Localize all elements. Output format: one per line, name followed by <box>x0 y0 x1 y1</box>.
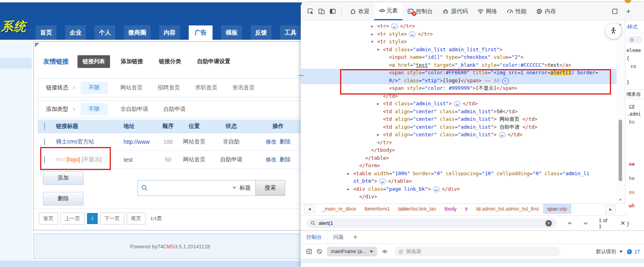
nav-tab-首页[interactable]: 首页 <box>36 25 56 40</box>
row-checkbox[interactable] <box>44 156 45 163</box>
devtools-tab-源代码[interactable]: 源代码 <box>437 2 472 20</box>
twisty-icon[interactable]: ▶ <box>377 131 379 139</box>
filter-option-不限[interactable]: 不限 <box>81 82 108 94</box>
search-field-select[interactable]: 标题 <box>228 180 255 195</box>
devtools-tab-内存[interactable]: 内存 <box>531 2 561 20</box>
breadcrumb-item[interactable]: tr <box>461 204 472 214</box>
module-tab-添加链接[interactable]: 添加链接 <box>116 55 148 68</box>
twisty-icon[interactable]: ▼ <box>371 38 373 46</box>
clear-console-icon[interactable] <box>314 246 325 257</box>
nav-tab-企业[interactable]: 企业 <box>65 25 86 40</box>
breadcrumb-item[interactable]: table#list.link_lan <box>394 204 440 214</box>
select-all-checkbox[interactable] <box>44 123 45 130</box>
filter-option-招聘首页[interactable]: 招聘首页 <box>155 82 182 94</box>
delete-button[interactable]: 删除 <box>43 192 83 205</box>
code-line[interactable]: ▶<tr>…</tr> <box>301 22 617 30</box>
search-query-text[interactable]: alert(1 <box>319 220 333 226</box>
module-tab-链接分类[interactable]: 链接分类 <box>154 55 186 68</box>
title-part[interactable]: 骑士cms官方站 <box>56 138 94 145</box>
code-line[interactable]: ▼<td class="admin_list admin_list_first"… <box>301 46 617 54</box>
filter-option-求职首页[interactable]: 求职首页 <box>193 82 220 94</box>
breadcrumb-scroll-right-icon[interactable]: ▶ <box>605 205 616 214</box>
console-sidebar-icon[interactable] <box>304 246 314 257</box>
devtools-tab-控制台[interactable]: ✕控制台 <box>402 2 437 20</box>
inspect-element-icon[interactable] <box>305 6 316 17</box>
code-line[interactable]: </tr> <box>301 139 617 147</box>
code-line[interactable]: ▼<tr style> <box>301 38 617 46</box>
breadcrumb-scroll-left-icon[interactable]: ◀ <box>304 205 315 213</box>
filter-option-网站首页[interactable]: 网站首页 <box>118 82 145 94</box>
breadcrumb-item[interactable]: form#form1 <box>360 204 394 214</box>
message-count-badge[interactable]: 27 <box>627 249 640 255</box>
code-line[interactable]: ▶<table width="100%" border="0" cellspac… <box>301 170 617 178</box>
search-query-pill[interactable]: alert(1 ✕ <box>307 219 557 228</box>
device-emulation-icon[interactable] <box>316 6 327 17</box>
page-button-上一页[interactable]: 上一页 <box>60 213 85 224</box>
code-line[interactable]: </tbody> <box>301 146 617 154</box>
breadcrumb-item[interactable]: _main_nr_dbox <box>318 204 360 214</box>
live-expression-eye-icon[interactable] <box>379 246 390 257</box>
twisty-icon[interactable]: ▶ <box>371 31 373 39</box>
collapse-corner-icon[interactable] <box>35 43 39 47</box>
code-line[interactable]: <td align="center" class="admin_list"> 网… <box>301 115 617 123</box>
styles-filter[interactable]: ☰ <box>627 36 643 43</box>
sidebar-active-item[interactable] <box>0 58 32 68</box>
execution-context-select[interactable]: mainFrame (a... <box>327 247 377 256</box>
add-button[interactable]: 添加 <box>43 171 83 185</box>
module-tab-自助申请设置[interactable]: 自助申请设置 <box>192 55 236 68</box>
ellipsis-expander[interactable]: … <box>379 178 386 184</box>
devtools-tab-元素[interactable]: </>元素 <box>374 2 402 20</box>
twisty-icon[interactable]: ▼ <box>377 46 379 54</box>
action-删除[interactable]: 删除 <box>280 156 291 163</box>
code-line[interactable]: ▶<td class="admin_list">…</td> <box>301 100 617 108</box>
previous-match-icon[interactable] <box>567 221 572 226</box>
devtools-tab-欢迎[interactable]: 欢迎 <box>345 2 374 20</box>
page-button-1[interactable]: 1 <box>87 213 98 224</box>
ellipsis-expander[interactable]: … <box>454 101 461 107</box>
nav-tab-微商圈[interactable]: 微商圈 <box>124 25 151 40</box>
log-level-select[interactable]: 默认级别 <box>596 248 623 255</box>
brand-cms[interactable]: CMS <box>163 244 174 250</box>
next-match-icon[interactable] <box>583 221 588 226</box>
module-tab-链接列表[interactable]: 链接列表 <box>77 55 110 68</box>
code-line[interactable]: ▶<tr style>…</tr> <box>301 30 617 38</box>
code-line[interactable]: ▶<div class="page link_bk">…</div> <box>301 185 617 193</box>
styles-tab[interactable]: 样式 <box>627 21 644 33</box>
scrollbar-thumb[interactable] <box>619 120 622 181</box>
page-button-下一页[interactable]: 下一页 <box>100 213 124 224</box>
nav-tab-反馈[interactable]: 反馈 <box>251 25 271 40</box>
code-line[interactable]: <span style="color: #999999">[不显示]</span… <box>301 84 617 92</box>
breadcrumb-item[interactable]: tbody <box>440 204 461 214</box>
ellipsis-expander[interactable]: … <box>391 23 398 29</box>
accessibility-person-icon[interactable] <box>605 23 621 39</box>
devtools-tab-性能[interactable]: 性能 <box>502 2 531 20</box>
layout-panel-icon[interactable] <box>609 6 621 17</box>
code-line[interactable]: </form> <box>301 162 617 170</box>
nav-tab-工具[interactable]: 工具 <box>280 25 301 40</box>
filter-option-自助申请[interactable]: 自助申请 <box>161 103 188 115</box>
ellipsis-expander[interactable]: … <box>433 186 440 192</box>
breadcrumb-item[interactable]: span.vtip <box>543 204 571 214</box>
nav-tab-模板[interactable]: 模板 <box>221 25 242 40</box>
twisty-icon[interactable]: ▶ <box>347 170 349 178</box>
action-删除[interactable]: 删除 <box>280 138 291 145</box>
code-line[interactable]: <td align="center" class="admin_list"> 自… <box>301 123 617 131</box>
filter-option-资讯首页[interactable]: 资讯首页 <box>230 82 257 94</box>
code-line[interactable]: <input name="id[]" type="checkbox" value… <box>301 53 617 61</box>
clear-search-icon[interactable]: ✕ <box>545 220 552 226</box>
code-line[interactable]: st_btm">…</table> <box>301 177 617 185</box>
action-修改[interactable]: 修改 <box>266 156 277 163</box>
add-console-tab-icon[interactable]: + <box>353 233 358 242</box>
line-gutter-menu-icon[interactable]: ⋯ <box>298 72 304 78</box>
code-line[interactable]: </td> <box>301 92 617 100</box>
styles-panel-divider[interactable] <box>625 21 625 230</box>
ellipsis-expander[interactable]: … <box>499 132 506 138</box>
action-修改[interactable]: 修改 <box>266 138 277 145</box>
breadcrumb-item[interactable]: td.admin_list.admin_list_first <box>472 204 543 214</box>
twisty-icon[interactable]: ▶ <box>377 100 379 108</box>
console-tab-问题[interactable]: 问题 <box>328 231 349 244</box>
search-input[interactable] <box>151 182 228 194</box>
edit-attribute-icon[interactable]: ✎ <box>502 78 509 85</box>
dock-side-icon[interactable] <box>327 6 338 17</box>
filter-option-非自助申请[interactable]: 非自助申请 <box>118 103 151 115</box>
